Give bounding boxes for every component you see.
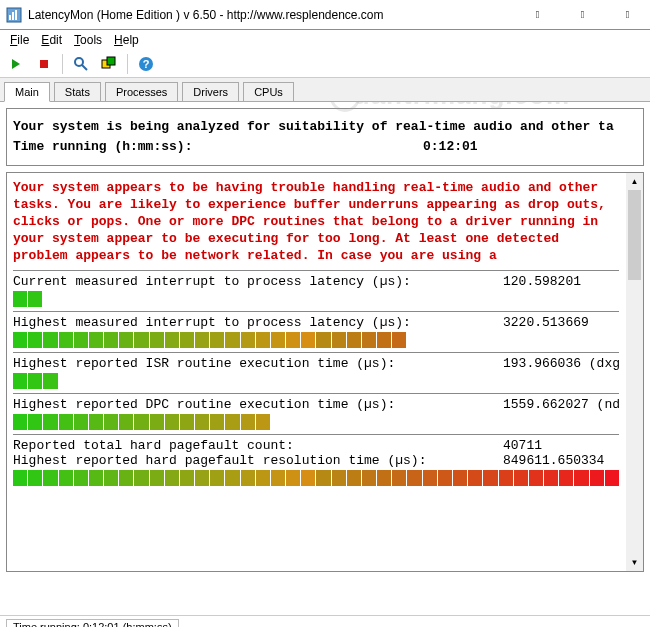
search-button[interactable] — [69, 52, 93, 76]
svg-rect-2 — [12, 12, 14, 20]
metric-value: 3220.513669 — [503, 315, 619, 330]
metric-value: 40711 — [503, 438, 619, 453]
scrollbar[interactable]: ▲ ▼ — [626, 173, 643, 571]
windows-button[interactable] — [97, 52, 121, 76]
divider — [13, 270, 619, 271]
analyze-text: Your system is being analyzed for suitab… — [13, 117, 614, 137]
tab-drivers[interactable]: Drivers — [182, 82, 239, 101]
play-button[interactable] — [4, 52, 28, 76]
scroll-down-icon[interactable]: ▼ — [626, 554, 643, 571]
toolbar-separator — [62, 54, 63, 74]
maximize-button[interactable]:  — [560, 0, 605, 29]
svg-rect-5 — [40, 60, 48, 68]
svg-rect-1 — [9, 15, 11, 20]
scroll-thumb[interactable] — [628, 190, 641, 280]
menu-edit[interactable]: Edit — [35, 31, 68, 49]
content-area: Your system is being analyzed for suitab… — [0, 102, 650, 615]
latency-bar — [13, 470, 619, 486]
menu-file[interactable]: File — [4, 31, 35, 49]
tab-main[interactable]: Main — [4, 82, 50, 102]
svg-line-7 — [82, 65, 87, 70]
close-button[interactable]:  — [605, 0, 650, 29]
latency-bar — [13, 291, 619, 307]
scroll-up-icon[interactable]: ▲ — [626, 173, 643, 190]
status-time: Time running: 0:12:01 (h:mm:ss) — [6, 619, 179, 628]
svg-marker-4 — [12, 59, 20, 69]
menu-tools[interactable]: Tools — [68, 31, 108, 49]
metric-label: Highest measured interrupt to process la… — [13, 315, 503, 330]
metric-label: Highest reported hard pagefault resoluti… — [13, 453, 503, 468]
metric-label: Reported total hard pagefault count: — [13, 438, 503, 453]
divider — [13, 393, 619, 394]
result-panel: ▲ ▼ Your system appears to be having tro… — [6, 172, 644, 572]
app-icon — [6, 7, 22, 23]
status-panel: Your system is being analyzed for suitab… — [6, 108, 644, 166]
divider — [13, 311, 619, 312]
metric-label: Current measured interrupt to process la… — [13, 274, 503, 289]
window-title: LatencyMon (Home Edition ) v 6.50 - http… — [28, 8, 515, 22]
warning-text: Your system appears to be having trouble… — [13, 179, 619, 264]
menu-help[interactable]: Help — [108, 31, 145, 49]
metric-value: 120.598201 — [503, 274, 619, 289]
time-running-value: 0:12:01 — [423, 137, 637, 157]
tab-processes[interactable]: Processes — [105, 82, 178, 101]
stop-button[interactable] — [32, 52, 56, 76]
latency-bar — [13, 373, 619, 389]
toolbar: ? — [0, 50, 650, 78]
svg-point-6 — [75, 58, 83, 66]
latency-bar — [13, 414, 619, 430]
menubar: File Edit Tools Help — [0, 30, 650, 50]
svg-rect-3 — [15, 10, 17, 20]
divider — [13, 434, 619, 435]
metric-label: Highest reported ISR routine execution t… — [13, 356, 503, 371]
minimize-button[interactable]:  — [515, 0, 560, 29]
toolbar-separator — [127, 54, 128, 74]
tab-stats[interactable]: Stats — [54, 82, 101, 101]
svg-text:?: ? — [143, 58, 150, 70]
help-button[interactable]: ? — [134, 52, 158, 76]
metric-value: 193.966036 (dxgkrnl.sys - Dire — [503, 356, 619, 371]
divider — [13, 352, 619, 353]
tab-cpus[interactable]: CPUs — [243, 82, 294, 101]
latency-bar — [13, 332, 619, 348]
metric-value: 1559.662027 (ndis.sys - Networ — [503, 397, 619, 412]
metric-value: 849611.650334 — [503, 453, 619, 468]
titlebar: LatencyMon (Home Edition ) v 6.50 - http… — [0, 0, 650, 30]
metric-label: Highest reported DPC routine execution t… — [13, 397, 503, 412]
statusbar: Time running: 0:12:01 (h:mm:ss) — [0, 615, 650, 627]
tabbar: Main Stats Processes Drivers CPUs — [0, 78, 650, 102]
time-running-label: Time running (h:mm:ss): — [13, 137, 423, 157]
svg-rect-9 — [107, 57, 115, 65]
